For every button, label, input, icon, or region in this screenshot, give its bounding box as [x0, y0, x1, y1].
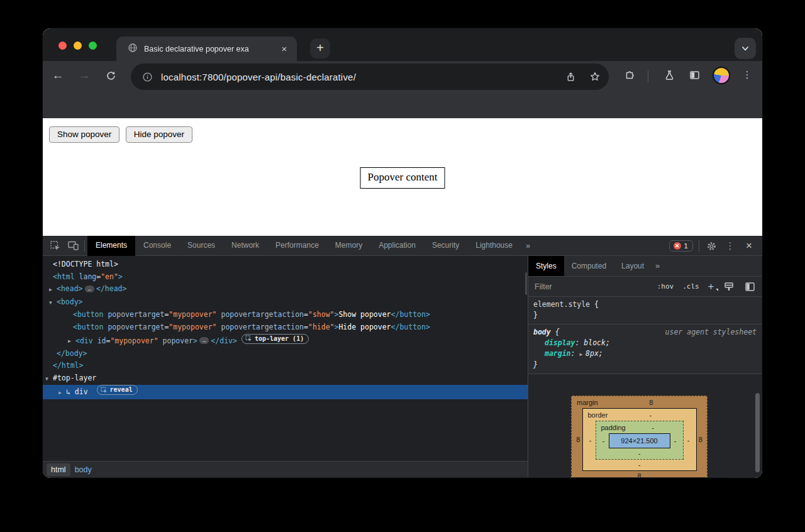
- devtools-tab-application[interactable]: Application: [370, 236, 424, 256]
- box-model-padding[interactable]: padding- - 924×21.500 - -: [596, 421, 684, 460]
- devtools-tab-security[interactable]: Security: [424, 236, 467, 256]
- inspect-element-button[interactable]: [47, 238, 64, 254]
- border-top-value[interactable]: -: [608, 411, 693, 419]
- box-model-margin[interactable]: margin8 8 border- - padding-: [571, 396, 708, 477]
- collapse-arrow-icon[interactable]: ▶: [58, 387, 66, 399]
- dom-node-row[interactable]: <!DOCTYPE html>: [43, 258, 528, 271]
- sidebar-tab-layout[interactable]: Layout: [614, 256, 652, 276]
- new-style-rule-button[interactable]: +: [708, 281, 714, 292]
- inline-expand-icon[interactable]: …: [85, 285, 94, 292]
- dom-node-row[interactable]: ▼#top-layer: [43, 372, 528, 385]
- box-model-border[interactable]: border- - padding- - 924×21.500: [582, 408, 697, 471]
- mac-minimize-button[interactable]: [74, 42, 82, 50]
- toggle-cls[interactable]: .cls: [682, 282, 699, 291]
- dom-scrollbar-thumb[interactable]: [525, 272, 527, 295]
- property-value: block: [584, 338, 606, 347]
- padding-left-value[interactable]: -: [599, 437, 609, 445]
- devtools-tab-sources[interactable]: Sources: [179, 236, 223, 256]
- bookmark-star-icon[interactable]: [587, 69, 602, 84]
- box-model-content[interactable]: 924×21.500: [609, 433, 670, 448]
- style-rule-body[interactable]: body {user agent stylesheetdisplay: bloc…: [528, 324, 762, 374]
- dom-node-row[interactable]: ▶<div id="mypopover" popover>…</div>top-…: [43, 334, 528, 348]
- show-popover-button[interactable]: Show popover: [49, 126, 119, 143]
- error-count-badge[interactable]: ✕ 1: [669, 240, 693, 252]
- site-info-icon[interactable]: [140, 69, 155, 84]
- devtools-tab-performance[interactable]: Performance: [267, 236, 327, 256]
- device-toolbar-button[interactable]: [64, 238, 82, 254]
- inline-expand-icon[interactable]: …: [199, 337, 209, 344]
- expand-arrow-icon[interactable]: ▼: [45, 373, 53, 385]
- adorner-icon: [101, 387, 108, 394]
- devtools-bar-right: ✕ 1 ⋮ ×: [669, 236, 762, 256]
- tab-close-icon[interactable]: ×: [278, 43, 291, 55]
- styles-filter-input[interactable]: [535, 282, 616, 291]
- margin-top-value[interactable]: 8: [598, 399, 704, 406]
- margin-bottom-value[interactable]: 8: [574, 471, 704, 477]
- more-sidebar-tabs-icon[interactable]: »: [652, 256, 663, 276]
- mac-close-button[interactable]: [58, 42, 67, 50]
- collapse-arrow-icon[interactable]: ▶: [49, 284, 57, 296]
- browser-tab[interactable]: Basic declarative popover exa ×: [116, 36, 297, 61]
- devtools-tab-console[interactable]: Console: [135, 236, 179, 256]
- devtools-tab-network[interactable]: Network: [223, 236, 267, 256]
- dom-node-row[interactable]: </body>: [43, 348, 528, 360]
- more-panels-icon[interactable]: »: [521, 236, 535, 255]
- back-button[interactable]: ←: [49, 67, 67, 84]
- dom-node-row[interactable]: <button popovertarget="mypopover" popove…: [43, 321, 528, 334]
- border-bottom-value[interactable]: -: [586, 460, 694, 470]
- breadcrumb-item-html[interactable]: html: [47, 463, 70, 476]
- url-text[interactable]: localhost:7800/popover-api/basic-declara…: [161, 72, 609, 82]
- experiments-flask-icon[interactable]: [662, 67, 677, 82]
- computed-sidebar-toggle-icon[interactable]: [745, 282, 755, 292]
- code-token: =: [304, 310, 308, 319]
- css-property-margin[interactable]: margin: ▶ 8px;: [533, 348, 757, 360]
- devtools-tab-bar: ElementsConsoleSourcesNetworkPerformance…: [43, 236, 762, 256]
- styles-scrollbar-thumb[interactable]: [755, 393, 760, 472]
- dom-node-row[interactable]: </html>: [43, 360, 528, 372]
- dom-node-row-selected[interactable]: ▶↳ div reveal: [43, 385, 528, 399]
- expand-property-icon[interactable]: ▶: [579, 352, 586, 357]
- forward-button[interactable]: →: [75, 67, 93, 84]
- dom-node-row[interactable]: ▶<head>…</head>: [43, 283, 528, 296]
- share-icon[interactable]: [563, 69, 578, 84]
- devtools-tab-memory[interactable]: Memory: [327, 236, 370, 256]
- breadcrumb-item-body[interactable]: body: [70, 463, 96, 476]
- border-right-value[interactable]: -: [684, 436, 694, 444]
- side-panel-icon[interactable]: [687, 67, 702, 82]
- top-layer-badge[interactable]: top-layer (1): [242, 334, 309, 344]
- devtools-menu-icon[interactable]: ⋮: [722, 238, 738, 254]
- mac-zoom-button[interactable]: [89, 42, 97, 50]
- margin-left-value[interactable]: 8: [574, 436, 582, 443]
- code-token: Show popover: [338, 310, 391, 319]
- browser-menu-icon[interactable]: ⋮: [741, 67, 753, 82]
- toggle-hov[interactable]: :hov: [657, 282, 674, 291]
- padding-bottom-value[interactable]: -: [599, 448, 680, 458]
- expand-arrow-icon[interactable]: ▼: [49, 297, 57, 309]
- devtools-tab-lighthouse[interactable]: Lighthouse: [467, 236, 521, 256]
- padding-top-value[interactable]: -: [626, 424, 680, 431]
- reload-button[interactable]: [102, 67, 119, 84]
- style-rule-element-style[interactable]: element.style {}: [528, 297, 762, 324]
- border-left-value[interactable]: -: [586, 436, 596, 444]
- box-model-diagram[interactable]: margin8 8 border- - padding-: [571, 396, 708, 477]
- new-tab-button[interactable]: +: [310, 38, 330, 58]
- tab-search-button[interactable]: [735, 38, 756, 59]
- collapse-arrow-icon[interactable]: ▶: [68, 335, 75, 348]
- dom-node-row[interactable]: <button popovertarget="mypopover" popove…: [43, 309, 528, 321]
- dom-node-row[interactable]: ▼<body>: [43, 296, 528, 309]
- padding-right-value[interactable]: -: [670, 437, 680, 445]
- css-property-display[interactable]: display: block;: [533, 338, 757, 348]
- margin-right-value[interactable]: 8: [697, 436, 705, 443]
- sidebar-tab-computed[interactable]: Computed: [564, 256, 614, 276]
- devtools-tab-elements[interactable]: Elements: [87, 236, 135, 256]
- address-bar[interactable]: localhost:7800/popover-api/basic-declara…: [131, 64, 609, 90]
- dom-node-row[interactable]: <html lang="en">: [43, 271, 528, 284]
- sidebar-tab-styles[interactable]: Styles: [528, 256, 564, 276]
- extensions-icon[interactable]: [622, 67, 637, 82]
- reveal-badge[interactable]: reveal: [97, 385, 138, 395]
- profile-avatar[interactable]: [713, 67, 730, 84]
- devtools-settings-button[interactable]: [703, 238, 719, 254]
- hide-popover-button[interactable]: Hide popover: [126, 126, 192, 143]
- rendering-emulation-icon[interactable]: [724, 282, 735, 292]
- devtools-close-icon[interactable]: ×: [741, 238, 757, 254]
